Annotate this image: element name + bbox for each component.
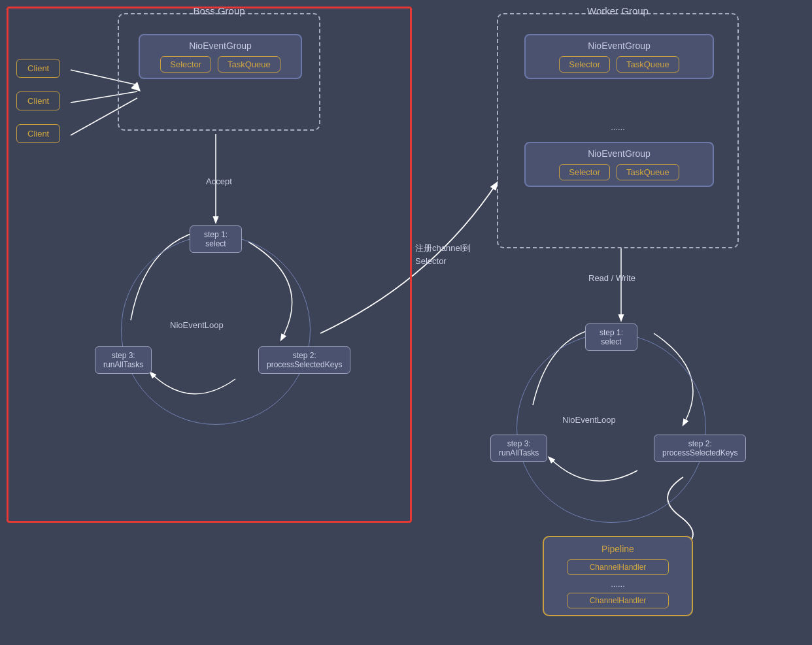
worker-nio-items-1: Selector TaskQueue (533, 56, 705, 73)
worker-taskqueue-tag-2: TaskQueue (617, 164, 679, 180)
worker-taskqueue-tag-1: TaskQueue (617, 56, 679, 73)
accept-label: Accept (206, 176, 232, 186)
boss-group-title: Boss Group (119, 5, 319, 16)
right-step1-box: step 1:select (585, 323, 637, 351)
right-step3-label: step 3:runAllTasks (499, 439, 539, 457)
worker-nio-event-group-2: NioEventGroup Selector TaskQueue (524, 142, 714, 187)
boss-taskqueue-tag: TaskQueue (218, 56, 280, 73)
client-box-1: Client (16, 59, 60, 78)
left-step2-box: step 2:processSelectedKeys (258, 346, 350, 374)
pipeline-title: Pipeline (554, 544, 682, 554)
boss-nio-title: NioEventGroup (148, 41, 293, 51)
client-label-2: Client (27, 96, 49, 106)
client-label-1: Client (27, 63, 49, 73)
left-step1-box: step 1:select (190, 225, 242, 253)
right-event-loop-label: NioEventLoop (562, 415, 616, 425)
left-step3-label: step 3:runAllTasks (103, 351, 143, 369)
pipeline-items: ChannelHandler ...... ChannelHandler (554, 559, 682, 608)
read-write-label: Read / Write (588, 273, 635, 283)
left-step1-label: step 1:select (204, 230, 228, 248)
left-step3-box: step 3:runAllTasks (95, 346, 152, 374)
left-event-loop-label: NioEventLoop (170, 320, 224, 330)
left-event-loop-circle (121, 235, 311, 425)
worker-group-dots: ...... (498, 122, 737, 132)
worker-nio-title-1: NioEventGroup (533, 41, 705, 51)
worker-selector-tag-1: Selector (559, 56, 610, 73)
client-label-3: Client (27, 129, 49, 139)
pipeline-container: Pipeline ChannelHandler ...... ChannelHa… (543, 536, 693, 616)
client-box-2: Client (16, 91, 60, 110)
channel-handler-2: ChannelHandler (567, 593, 669, 608)
worker-nio-title-2: NioEventGroup (533, 148, 705, 159)
boss-group-container: Boss Group NioEventGroup Selector TaskQu… (118, 13, 320, 131)
worker-nio-event-group-1: NioEventGroup Selector TaskQueue (524, 34, 714, 79)
boss-nio-event-group: NioEventGroup Selector TaskQueue (139, 34, 302, 79)
annotation-text: 注册channel到Selector (415, 243, 471, 266)
right-step1-label: step 1:select (600, 328, 623, 346)
right-event-loop-circle (516, 333, 706, 523)
boss-nio-items: Selector TaskQueue (148, 56, 293, 73)
boss-selector-tag: Selector (160, 56, 211, 73)
worker-selector-tag-2: Selector (559, 164, 610, 180)
client-box-3: Client (16, 124, 60, 143)
worker-group-title: Worker Group (498, 5, 737, 16)
right-step3-box: step 3:runAllTasks (490, 435, 547, 462)
channel-handler-1: ChannelHandler (567, 559, 669, 575)
left-step2-label: step 2:processSelectedKeys (267, 351, 342, 369)
pipeline-dots: ...... (611, 579, 625, 589)
right-step2-label: step 2:processSelectedKeys (662, 439, 737, 457)
right-step2-box: step 2:processSelectedKeys (654, 435, 746, 462)
annotation-label: 注册channel到Selector (415, 242, 471, 267)
worker-nio-items-2: Selector TaskQueue (533, 164, 705, 180)
worker-group-container: Worker Group NioEventGroup Selector Task… (497, 13, 739, 248)
